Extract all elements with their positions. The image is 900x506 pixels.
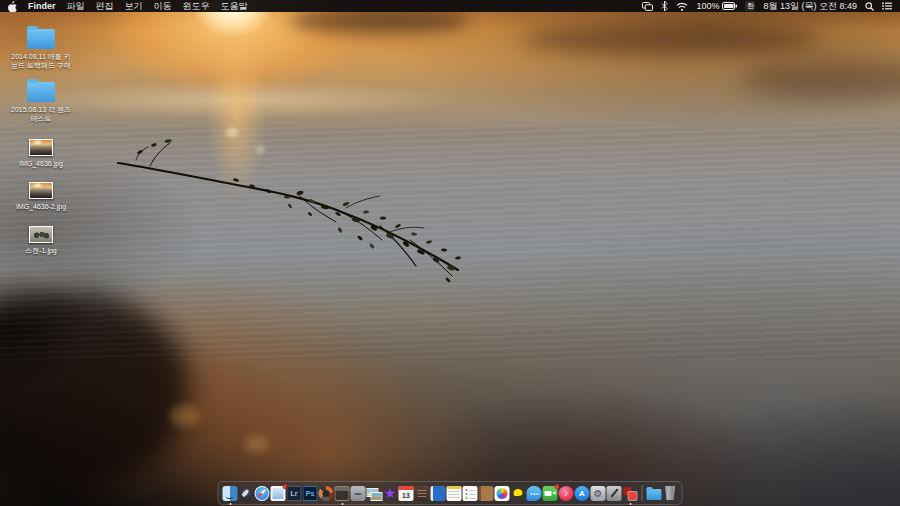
dock-item-gray-utility[interactable] xyxy=(351,486,366,501)
messages-bubble-icon xyxy=(527,486,542,501)
wifi-icon[interactable] xyxy=(676,2,688,11)
dock-item-trash[interactable] xyxy=(663,486,678,501)
dock-item-pen-tool[interactable] xyxy=(607,486,622,501)
dock-item-itunes[interactable]: ♪ xyxy=(559,486,574,501)
notification-center-icon[interactable] xyxy=(882,2,892,10)
dock-item-system-preferences[interactable]: ⚙ xyxy=(591,486,606,501)
desktop-icon-label: 2014.08.11 애플 키 보드 트랙패드 구매 xyxy=(11,52,71,70)
dock-item-capture-one[interactable] xyxy=(319,486,334,501)
dock-item-lightroom[interactable]: Lr xyxy=(287,486,302,501)
menu-view[interactable]: 보기 xyxy=(125,0,143,12)
dock-item-dictionary[interactable] xyxy=(479,486,494,501)
menu-bar-clock[interactable]: 8월 13일 (목) 오전 8:49 xyxy=(763,0,857,12)
gear-icon: ⚙ xyxy=(591,486,606,501)
app-store-icon: A xyxy=(575,486,590,501)
dock-item-image-viewer[interactable] xyxy=(367,486,382,501)
capture-one-ring-icon xyxy=(319,486,334,501)
menu-edit[interactable]: 편집 xyxy=(96,0,114,12)
desktop-icon-folder-2[interactable]: 2015.08.13 각 렌즈 테스트 xyxy=(8,79,74,123)
input-source-icon[interactable]: 한 xyxy=(745,1,755,11)
menu-bar: Finder 파일 편집 보기 이동 윈도우 도움말 100% 한 8월 13일… xyxy=(0,0,900,12)
dock-item-calendar[interactable]: 13 xyxy=(399,486,414,501)
dock-item-photos[interactable] xyxy=(495,486,510,501)
wallpaper-sunset-photo xyxy=(0,0,900,506)
desktop-icon-label: IMG_4636-2.jpg xyxy=(16,202,66,211)
display-mirroring-icon[interactable] xyxy=(642,2,653,11)
active-app-name[interactable]: Finder xyxy=(28,0,56,12)
spotlight-search-icon[interactable] xyxy=(865,2,874,11)
dock-item-journal[interactable] xyxy=(415,486,430,501)
folder-icon xyxy=(27,29,55,49)
desktop-screen: Finder 파일 편집 보기 이동 윈도우 도움말 100% 한 8월 13일… xyxy=(0,0,900,506)
photos-pinwheel-icon xyxy=(495,486,510,501)
dock: Lr Ps ★ 13 ♪ A ⚙ xyxy=(218,481,683,505)
image-thumbnail xyxy=(29,182,53,199)
stacked-photos-icon xyxy=(367,486,382,501)
desktop-icon-label: 2015.08.13 각 렌즈 테스트 xyxy=(11,105,71,123)
dock-item-blue-book[interactable] xyxy=(431,486,446,501)
purple-star-icon: ★ xyxy=(383,486,398,501)
trash-icon xyxy=(665,486,676,500)
dock-item-safari[interactable] xyxy=(255,486,270,501)
finder-icon xyxy=(223,486,238,501)
gray-case-icon xyxy=(351,486,366,501)
menu-go[interactable]: 이동 xyxy=(154,0,172,12)
image-thumbnail xyxy=(29,139,53,156)
dock-item-downloads-folder[interactable] xyxy=(647,486,662,501)
desktop-icon-label: 스캔-1.jpg xyxy=(25,246,57,255)
launchpad-rocket-icon xyxy=(239,486,254,501)
lightroom-icon: Lr xyxy=(287,486,302,501)
safari-compass-icon xyxy=(255,486,270,501)
dock-item-notepad[interactable] xyxy=(447,486,462,501)
folder-icon xyxy=(27,82,55,102)
dock-item-kakaotalk[interactable] xyxy=(511,486,526,501)
dock-item-launchpad[interactable] xyxy=(239,486,254,501)
menu-window[interactable]: 윈도우 xyxy=(183,0,210,12)
journal-icon xyxy=(415,486,430,501)
itunes-note-icon: ♪ xyxy=(559,486,574,501)
dock-item-reminders[interactable] xyxy=(463,486,478,501)
pen-tool-icon xyxy=(607,486,622,501)
blue-book-icon xyxy=(431,486,446,501)
dock-item-mail[interactable] xyxy=(271,486,286,501)
image-thumbnail xyxy=(29,226,53,243)
dock-item-photoshop[interactable]: Ps xyxy=(303,486,318,501)
dock-item-app-store[interactable]: A xyxy=(575,486,590,501)
dock-item-imovie[interactable]: ★ xyxy=(383,486,398,501)
dock-separator xyxy=(642,485,643,501)
photoshop-icon: Ps xyxy=(303,486,318,501)
calendar-icon: 13 xyxy=(399,486,414,501)
dock-item-messages[interactable] xyxy=(527,486,542,501)
desktop-icon-img-4636-2[interactable]: IMG_4636-2.jpg xyxy=(8,182,74,211)
brown-book-icon xyxy=(479,486,494,501)
desktop-icon-scan-1[interactable]: 스캔-1.jpg xyxy=(8,226,74,255)
bluetooth-icon[interactable] xyxy=(661,1,668,11)
dock-item-window-utility[interactable] xyxy=(623,486,638,501)
dock-item-photo-frame[interactable] xyxy=(335,486,350,501)
apple-menu-icon[interactable] xyxy=(8,1,17,12)
notepad-icon xyxy=(447,486,462,501)
dock-item-finder[interactable] xyxy=(223,486,238,501)
dock-item-facetime[interactable] xyxy=(543,486,558,501)
kakaotalk-bubble-icon xyxy=(511,486,526,501)
desktop-icon-img-4636[interactable]: IMG_4636.jpg xyxy=(8,139,74,168)
red-squares-icon xyxy=(623,486,638,501)
reminders-list-icon xyxy=(463,486,478,501)
desktop-icon-label: IMG_4636.jpg xyxy=(19,159,63,168)
menu-file[interactable]: 파일 xyxy=(67,0,85,12)
menu-help[interactable]: 도움말 xyxy=(221,0,248,12)
branch-silhouette xyxy=(0,0,900,506)
battery-icon xyxy=(722,2,737,10)
battery-status[interactable]: 100% xyxy=(696,0,737,12)
desktop-icon-folder-1[interactable]: 2014.08.11 애플 키 보드 트랙패드 구매 xyxy=(8,26,74,70)
photo-frame-icon xyxy=(335,486,350,501)
battery-percent-label: 100% xyxy=(696,0,719,12)
downloads-folder-icon xyxy=(647,489,662,500)
